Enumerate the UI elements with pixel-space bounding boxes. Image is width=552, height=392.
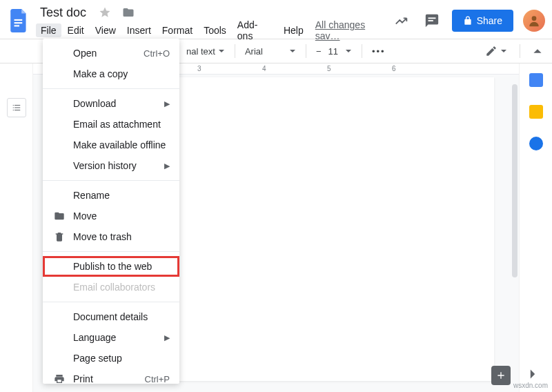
menu-shortcut: Ctrl+O: [144, 48, 170, 59]
more-toolbar-button[interactable]: •••: [368, 43, 390, 59]
menubar: File Edit View Insert Format Tools Add-o…: [36, 22, 391, 39]
menu-item-label: Move to trash: [73, 231, 170, 242]
chevron-down-icon: [218, 48, 225, 55]
tasks-addon[interactable]: [529, 137, 543, 150]
menu-item-label: Document details: [73, 311, 170, 322]
font-label: Arial: [245, 46, 263, 57]
file-menu-publish-to-the-web[interactable]: Publish to the web: [43, 256, 179, 277]
chevron-down-icon: [345, 48, 352, 55]
menu-item-label: Move: [73, 210, 170, 222]
chevron-down-icon: [500, 48, 507, 55]
save-status[interactable]: All changes sav…: [315, 19, 391, 41]
menu-format[interactable]: Format: [157, 23, 197, 37]
menu-separator: [43, 180, 179, 181]
star-button[interactable]: [96, 3, 114, 21]
menu-item-label: Make a copy: [73, 68, 170, 79]
menu-edit[interactable]: Edit: [63, 23, 89, 37]
file-menu-version-history[interactable]: Version history▶: [43, 155, 179, 176]
file-menu-email-as-attachment[interactable]: Email as attachment: [43, 114, 179, 135]
folder-icon: [52, 210, 66, 222]
menu-insert[interactable]: Insert: [122, 23, 156, 37]
chevron-down-icon: [289, 48, 296, 55]
share-button[interactable]: Share: [452, 10, 513, 32]
menu-addons[interactable]: Add-ons: [233, 18, 277, 43]
pencil-icon: [485, 45, 497, 57]
menu-item-label: Print: [73, 373, 145, 384]
ruler-tick: 4: [262, 65, 327, 72]
svg-point-5: [532, 16, 537, 21]
toolbar-separator: [362, 44, 362, 58]
menu-item-label: Page setup: [73, 353, 170, 364]
doc-title[interactable]: Test doc: [36, 4, 90, 21]
collapse-toolbar-button[interactable]: [529, 43, 546, 59]
file-menu-rename[interactable]: Rename: [43, 185, 179, 206]
menu-item-label: Open: [73, 48, 144, 59]
chevron-right-icon: ▶: [164, 333, 170, 342]
activity-button[interactable]: [391, 10, 412, 31]
file-menu-move[interactable]: Move: [43, 206, 179, 226]
menu-tools[interactable]: Tools: [199, 23, 231, 37]
move-button[interactable]: [119, 3, 137, 21]
share-label: Share: [477, 15, 502, 26]
toolbar-separator: [235, 44, 235, 58]
comments-button[interactable]: [422, 10, 442, 31]
outline-toggle[interactable]: [7, 98, 26, 117]
svg-rect-1: [14, 22, 23, 23]
watermark: wsxdn.com: [513, 382, 548, 389]
file-menu-make-a-copy[interactable]: Make a copy: [43, 63, 179, 84]
menu-help[interactable]: Help: [279, 23, 308, 37]
menu-item-label: Email collaborators: [73, 282, 170, 293]
docs-logo[interactable]: [7, 4, 32, 37]
svg-rect-2: [14, 25, 19, 26]
keep-addon[interactable]: [529, 105, 543, 119]
chevron-right-icon: ▶: [164, 161, 170, 170]
chevron-right-icon: [527, 369, 538, 380]
font-size-increase[interactable]: [341, 45, 356, 57]
menu-item-label: Rename: [73, 190, 170, 201]
menu-item-label: Email as attachment: [73, 119, 170, 130]
menu-separator: [43, 88, 179, 89]
ruler-tick: 5: [327, 65, 392, 72]
file-menu-make-available-offline[interactable]: Make available offline: [43, 135, 179, 155]
menu-separator: [43, 302, 179, 302]
menu-shortcut: Ctrl+P: [145, 374, 170, 384]
avatar-icon: [527, 14, 541, 28]
file-menu-download[interactable]: Download▶: [43, 93, 179, 114]
print-icon: [52, 373, 66, 384]
toolbar-separator: [520, 44, 520, 58]
menu-separator: [43, 251, 179, 252]
side-panel-toggle[interactable]: [527, 369, 538, 382]
file-menu-open[interactable]: OpenCtrl+O: [43, 43, 179, 63]
style-label: nal text: [186, 46, 215, 57]
style-dropdown[interactable]: nal text: [182, 45, 229, 58]
file-menu-email-collaborators: Email collaborators: [43, 277, 179, 297]
file-menu-move-to-trash[interactable]: Move to trash: [43, 226, 179, 247]
user-avatar[interactable]: [523, 10, 545, 32]
explore-button[interactable]: [491, 366, 511, 385]
calendar-addon[interactable]: [529, 73, 543, 87]
file-menu-language[interactable]: Language▶: [43, 327, 179, 348]
font-dropdown[interactable]: Arial: [241, 45, 300, 58]
menu-item-label: Make available offline: [73, 139, 170, 150]
ruler-tick: 3: [197, 65, 262, 72]
font-size-decrease[interactable]: −: [312, 43, 326, 59]
list-icon: [12, 103, 21, 112]
star-icon: [99, 6, 111, 19]
menu-item-label: Language: [73, 332, 164, 343]
font-size[interactable]: 11: [328, 46, 338, 57]
file-menu-document-details[interactable]: Document details: [43, 306, 179, 327]
editing-mode-button[interactable]: [481, 42, 511, 60]
menu-view[interactable]: View: [90, 23, 121, 37]
file-menu-page-setup[interactable]: Page setup: [43, 348, 179, 369]
folder-icon: [122, 6, 135, 19]
file-menu-print[interactable]: PrintCtrl+P: [43, 369, 179, 389]
menu-file[interactable]: File: [36, 23, 61, 37]
vertical-scrollbar[interactable]: [512, 84, 518, 277]
docs-file-icon: [10, 9, 28, 32]
chevron-up-icon: [533, 46, 542, 56]
svg-rect-4: [428, 20, 433, 21]
trend-icon: [394, 13, 409, 28]
lock-icon: [463, 16, 473, 26]
comment-icon: [424, 13, 440, 28]
trash-icon: [52, 231, 66, 242]
